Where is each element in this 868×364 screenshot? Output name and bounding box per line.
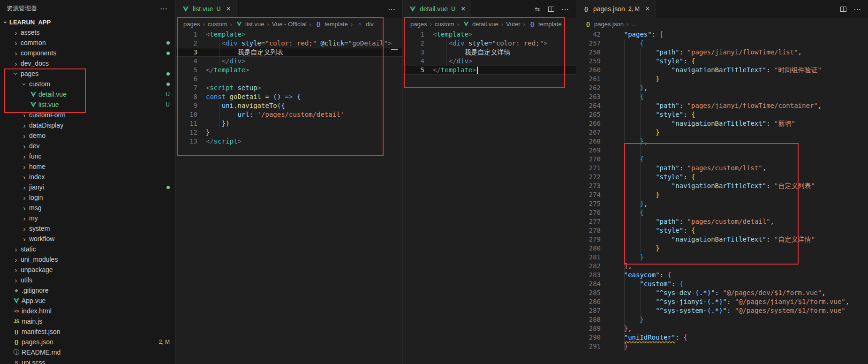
code-line-2[interactable]: 2 <div style="color: red;"> [403, 39, 576, 48]
code-line-1[interactable]: 1<template> [176, 30, 402, 39]
breadcrumb-item-detail.vue[interactable]: detail.vue [462, 20, 498, 28]
compare-icon[interactable]: ⇆ [533, 5, 542, 13]
code-line-278[interactable]: 278 "style": { [576, 226, 868, 235]
code-line-258[interactable]: 258 "path": "pages/jianyi/flowTime/list"… [576, 48, 868, 57]
code-line-8[interactable]: 8const goDetail = () => { [176, 92, 402, 101]
code-line-265[interactable]: 265 "style": { [576, 110, 868, 119]
code-line-5[interactable]: 5</template> [176, 66, 402, 75]
close-icon[interactable]: × [645, 5, 649, 13]
code-line-13[interactable]: 13</script> [176, 137, 402, 146]
more-actions-icon[interactable]: ⋯ [159, 5, 168, 12]
code-line-5[interactable]: 5</template> [403, 66, 576, 75]
split-icon[interactable] [840, 7, 846, 12]
tree-item-home[interactable]: ›home [0, 161, 175, 172]
more-icon[interactable]: ⋯ [387, 5, 396, 13]
tab-pages.json[interactable]: {}pages.json2, M× [576, 0, 656, 18]
tab-list.vue[interactable]: list.vueU× [176, 0, 237, 18]
code-line-290[interactable]: 290 "uniIdRouter": { [576, 333, 868, 342]
tree-item-index[interactable]: ›index [0, 172, 175, 182]
close-icon[interactable]: × [226, 5, 231, 13]
tree-item-uni.scss[interactable]: Suni.scss [0, 357, 175, 364]
code-line-276[interactable]: 276 { [576, 208, 868, 217]
tree-item-static[interactable]: ›static [0, 244, 175, 254]
code-line-284[interactable]: 284 "custom": { [576, 280, 868, 288]
tree-item-login[interactable]: ›login [0, 192, 175, 203]
project-root-row[interactable]: › LEARUN_APP [0, 17, 175, 27]
code-line-3[interactable]: 3 我是自定义详情 [403, 48, 576, 57]
tab-detail.vue[interactable]: detail.vueU× [403, 0, 471, 18]
code-line-268[interactable]: 268 }, [576, 137, 868, 146]
tree-item-func[interactable]: ›func [0, 151, 175, 161]
code-area[interactable]: 1<template>2 <div style="color: red;" @c… [176, 30, 402, 364]
tree-item-main.js[interactable]: JSmain.js [0, 316, 175, 326]
breadcrumb-item-Vue - Official[interactable]: Vue - Official [272, 21, 307, 28]
code-line-2[interactable]: 2 <div style="color: red;" @click="goDet… [176, 39, 402, 48]
code-line-288[interactable]: 288 } [576, 315, 868, 324]
tree-item-dataDisplay[interactable]: ›dataDisplay [0, 120, 175, 130]
code-line-285[interactable]: 285 "^sys-dev-(.*)": "@/pages/dev/$1/for… [576, 288, 868, 297]
code-line-273[interactable]: 273 "navigationBarTitleText": "自定义列表" [576, 182, 868, 190]
tree-item-detail.vue[interactable]: detail.vueU [0, 89, 175, 99]
code-line-264[interactable]: 264 "path": "pages/jianyi/flowTime/conta… [576, 101, 868, 110]
tree-item-demo[interactable]: ›demo [0, 130, 175, 141]
code-line-283[interactable]: 283 "easycom": { [576, 271, 868, 280]
code-line-271[interactable]: 271 "path": "pages/custom/list", [576, 164, 868, 173]
breadcrumb-item-list.vue[interactable]: list.vue [235, 20, 264, 28]
tree-item-utils[interactable]: ›utils [0, 275, 175, 285]
breadcrumb-item-pages[interactable]: pages [183, 21, 200, 28]
tree-item-manifest.json[interactable]: {}manifest.json [0, 326, 175, 337]
code-line-279[interactable]: 279 "navigationBarTitleText": "自定义详情" [576, 235, 868, 244]
tree-item-dev_docs[interactable]: ›dev_docs [0, 58, 175, 68]
code-line-281[interactable]: 281 } [576, 253, 868, 262]
tree-item-App.vue[interactable]: App.vue [0, 296, 175, 306]
code-line-277[interactable]: 277 "path": "pages/custom/detail", [576, 217, 868, 226]
breadcrumb-item-custom[interactable]: custom [435, 21, 454, 28]
breadcrumb-item-Vuter[interactable]: Vuter [506, 21, 521, 28]
more-icon[interactable]: ⋯ [561, 5, 569, 13]
code-line-272[interactable]: 272 "style": { [576, 173, 868, 182]
code-line-280[interactable]: 280 } [576, 244, 868, 253]
code-line-1[interactable]: 1<template> [403, 30, 576, 39]
code-line-286[interactable]: 286 "^sys-jianyi-(.*)": "@/pages/jianyi/… [576, 297, 868, 306]
tree-item-jianyi[interactable]: ›jianyi [0, 182, 175, 192]
code-line-9[interactable]: 9 uni.navigateTo({ [176, 101, 402, 110]
code-line-289[interactable]: 289 }, [576, 324, 868, 333]
tree-item-pages.json[interactable]: {}pages.json2, M [0, 337, 175, 347]
code-line-266[interactable]: 266 "navigationBarTitleText": "新增" [576, 119, 868, 128]
more-icon[interactable]: ⋯ [853, 5, 861, 13]
split-icon[interactable] [548, 7, 554, 12]
breadcrumb-item-pages[interactable]: pages [410, 21, 427, 28]
breadcrumb-item-custom[interactable]: custom [208, 21, 227, 28]
tree-item-dev[interactable]: ›dev [0, 141, 175, 151]
code-line-6[interactable]: 6 [176, 75, 402, 83]
code-line-11[interactable]: 11 }) [176, 119, 402, 128]
code-line-3[interactable]: 3 我是自定义列表 [176, 48, 402, 57]
code-line-275[interactable]: 275 }, [576, 199, 868, 208]
tree-item-index.html[interactable]: <>index.html [0, 306, 175, 316]
code-line-257[interactable]: 257 { [576, 39, 868, 48]
tree-item-unpackage[interactable]: ›unpackage [0, 265, 175, 275]
code-line-291[interactable]: 291 } [576, 342, 868, 351]
breadcrumb-item-pages.json[interactable]: {}pages.json [584, 20, 624, 28]
code-line-282[interactable]: 282 ], [576, 262, 868, 271]
code-line-269[interactable]: 269 [576, 146, 868, 155]
code-line-260[interactable]: 260 "navigationBarTitleText": "时间组件验证" [576, 66, 868, 75]
tree-item-.gitignore[interactable]: ◆.gitignore [0, 285, 175, 296]
breadcrumb-item-div[interactable]: ○div [355, 20, 374, 28]
tree-item-list.vue[interactable]: list.vueU [0, 99, 175, 110]
tree-item-msg[interactable]: ›msg [0, 203, 175, 213]
tree-item-customForm[interactable]: ›customForm [0, 110, 175, 120]
code-line-4[interactable]: 4 </div> [403, 57, 576, 66]
code-line-262[interactable]: 262 }, [576, 83, 868, 92]
code-line-261[interactable]: 261 } [576, 75, 868, 83]
tree-item-common[interactable]: ›common [0, 38, 175, 48]
breadcrumb-item-...[interactable]: ... [631, 21, 636, 28]
code-area[interactable]: 42 "pages": [257 {258 "path": "pages/jia… [576, 30, 868, 364]
tree-item-components[interactable]: ›components [0, 48, 175, 58]
tree-item-workflow[interactable]: ›workflow [0, 234, 175, 244]
close-icon[interactable]: × [461, 5, 465, 13]
tree-item-pages[interactable]: ›pages [0, 68, 175, 79]
tree-item-custom[interactable]: ›custom [0, 79, 175, 89]
tree-item-system[interactable]: ›system [0, 223, 175, 234]
code-line-7[interactable]: 7<script setup> [176, 83, 402, 92]
